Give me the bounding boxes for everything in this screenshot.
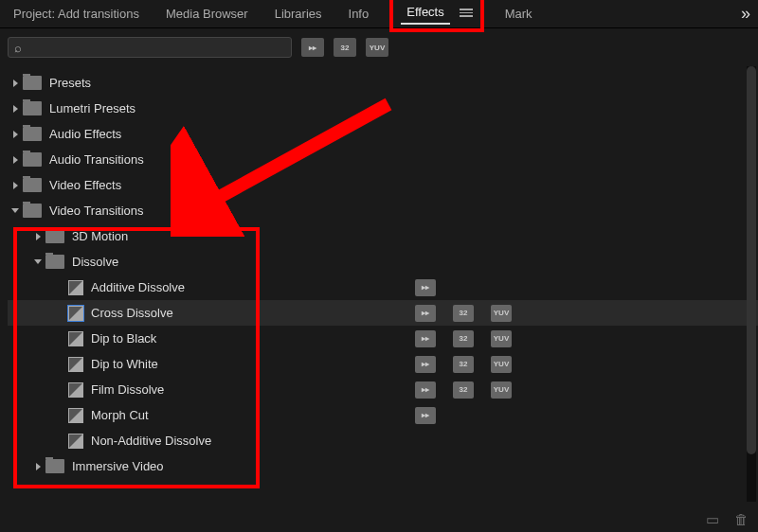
row-badges: ▸▸	[415, 279, 436, 296]
trash-icon[interactable]: 🗑	[734, 511, 749, 528]
folder-icon	[45, 255, 64, 269]
tree-item-morph-cut[interactable]: Morph Cut ▸▸	[8, 402, 758, 428]
tree-label: Cross Dissolve	[91, 306, 173, 320]
folder-icon	[45, 229, 64, 243]
row-badges: ▸▸	[415, 407, 436, 424]
accelerated-badge-icon: ▸▸	[415, 407, 436, 424]
folder-icon	[23, 204, 42, 218]
effects-tree: Presets Lumetri Presets Audio Effects Au…	[0, 66, 758, 483]
tab-markers[interactable]: Mark	[499, 3, 538, 25]
tree-item-film-dissolve[interactable]: Film Dissolve ▸▸ 32 YUV	[8, 377, 758, 402]
accelerated-badge-icon: ▸▸	[415, 356, 436, 373]
b32-badge-icon: 32	[453, 305, 474, 322]
tree-item-presets[interactable]: Presets	[8, 70, 758, 96]
filter-badges: ▸▸ 32 YUV	[301, 38, 388, 57]
effect-icon	[68, 434, 83, 449]
effect-icon	[68, 280, 83, 295]
row-badges: ▸▸ 32 YUV	[415, 330, 512, 347]
chevron-down-icon[interactable]	[30, 259, 45, 264]
filter-yuv-icon[interactable]: YUV	[366, 38, 388, 57]
chevron-right-icon[interactable]	[8, 156, 23, 164]
tree-item-non-additive-dissolve[interactable]: Non-Additive Dissolve	[8, 428, 758, 453]
scrollbar-thumb[interactable]	[747, 66, 756, 454]
row-badges: ▸▸ 32 YUV	[415, 381, 512, 399]
tree-item-dip-to-black[interactable]: Dip to Black ▸▸ 32 YUV	[8, 326, 758, 351]
tree-label: Lumetri Presets	[49, 101, 135, 115]
accelerated-badge-icon: ▸▸	[415, 330, 436, 347]
tree-label: Dissolve	[72, 255, 118, 269]
tree-label: Additive Dissolve	[91, 280, 185, 294]
effect-icon	[68, 408, 83, 423]
tab-media-browser[interactable]: Media Browser	[160, 3, 254, 25]
tab-libraries[interactable]: Libraries	[269, 3, 328, 25]
tree-label: Immersive Video	[72, 459, 164, 473]
panel-footer: ▭ 🗑	[706, 511, 749, 528]
yuv-badge-icon: YUV	[491, 381, 512, 399]
tree-item-immersive-video[interactable]: Immersive Video	[8, 453, 758, 479]
tree-label: Dip to Black	[91, 331, 156, 346]
folder-icon	[45, 459, 64, 473]
yuv-badge-icon: YUV	[491, 305, 512, 322]
tree-item-additive-dissolve[interactable]: Additive Dissolve ▸▸	[8, 275, 758, 300]
search-input[interactable]: ⌕	[8, 37, 292, 58]
tree-label: Non-Additive Dissolve	[91, 434, 211, 448]
folder-icon	[23, 152, 42, 167]
tab-project[interactable]: Project: Add transitions	[8, 3, 145, 25]
tree-label: Film Dissolve	[91, 382, 164, 397]
tree-item-video-transitions[interactable]: Video Transitions	[8, 198, 758, 223]
effect-icon	[68, 331, 83, 346]
tree-label: Morph Cut	[91, 408, 149, 422]
tree-label: Video Effects	[49, 178, 121, 192]
search-icon: ⌕	[14, 41, 22, 55]
accelerated-badge-icon: ▸▸	[415, 381, 436, 399]
tree-label: 3D Motion	[72, 229, 128, 243]
row-badges: ▸▸ 32 YUV	[415, 305, 512, 322]
tree-label: Video Transitions	[49, 204, 144, 218]
new-bin-icon[interactable]: ▭	[706, 511, 719, 528]
panel-menu-icon[interactable]	[460, 9, 473, 17]
tree-item-audio-transitions[interactable]: Audio Transitions	[8, 147, 758, 172]
tree-item-cross-dissolve[interactable]: Cross Dissolve ▸▸ 32 YUV	[8, 300, 758, 326]
chevron-down-icon[interactable]	[8, 208, 23, 213]
accelerated-badge-icon: ▸▸	[415, 279, 436, 296]
tree-label: Audio Transitions	[49, 152, 144, 167]
chevron-right-icon[interactable]	[8, 131, 23, 138]
effect-icon	[68, 382, 83, 398]
accelerated-badge-icon: ▸▸	[415, 305, 436, 322]
tree-item-video-effects[interactable]: Video Effects	[8, 172, 758, 198]
tree-label: Presets	[49, 76, 91, 90]
tree-item-lumetri-presets[interactable]: Lumetri Presets	[8, 96, 758, 121]
panel-tabs: Project: Add transitions Media Browser L…	[0, 0, 758, 28]
tree-label: Audio Effects	[49, 127, 121, 141]
effects-search-row: ⌕ ▸▸ 32 YUV	[0, 28, 758, 66]
scrollbar[interactable]	[747, 66, 756, 502]
filter-32bit-icon[interactable]: 32	[334, 38, 356, 57]
tab-effects[interactable]: Effects	[401, 1, 450, 25]
chevron-right-icon[interactable]	[8, 182, 23, 189]
effect-icon	[68, 357, 83, 372]
yuv-badge-icon: YUV	[491, 356, 512, 373]
yuv-badge-icon: YUV	[491, 330, 512, 347]
folder-icon	[23, 101, 42, 115]
effects-tab-highlight: Effects	[389, 0, 484, 32]
tree-item-dip-to-white[interactable]: Dip to White ▸▸ 32 YUV	[8, 351, 758, 377]
effect-icon	[68, 306, 83, 321]
chevron-right-icon[interactable]	[8, 105, 23, 113]
chevron-right-icon[interactable]	[30, 463, 45, 470]
row-badges: ▸▸ 32 YUV	[415, 356, 512, 373]
b32-badge-icon: 32	[453, 356, 474, 373]
tree-label: Dip to White	[91, 357, 158, 371]
tree-item-3d-motion[interactable]: 3D Motion	[8, 223, 758, 249]
tree-item-dissolve[interactable]: Dissolve	[8, 249, 758, 275]
chevron-right-icon[interactable]	[30, 233, 45, 240]
tabs-overflow-icon[interactable]: »	[741, 4, 750, 24]
tab-info[interactable]: Info	[343, 3, 375, 25]
folder-icon	[23, 178, 42, 192]
b32-badge-icon: 32	[453, 381, 474, 399]
filter-accelerated-icon[interactable]: ▸▸	[301, 38, 324, 57]
b32-badge-icon: 32	[453, 330, 474, 347]
folder-icon	[23, 127, 42, 141]
folder-icon	[23, 76, 42, 90]
chevron-right-icon[interactable]	[8, 80, 23, 87]
tree-item-audio-effects[interactable]: Audio Effects	[8, 121, 758, 147]
